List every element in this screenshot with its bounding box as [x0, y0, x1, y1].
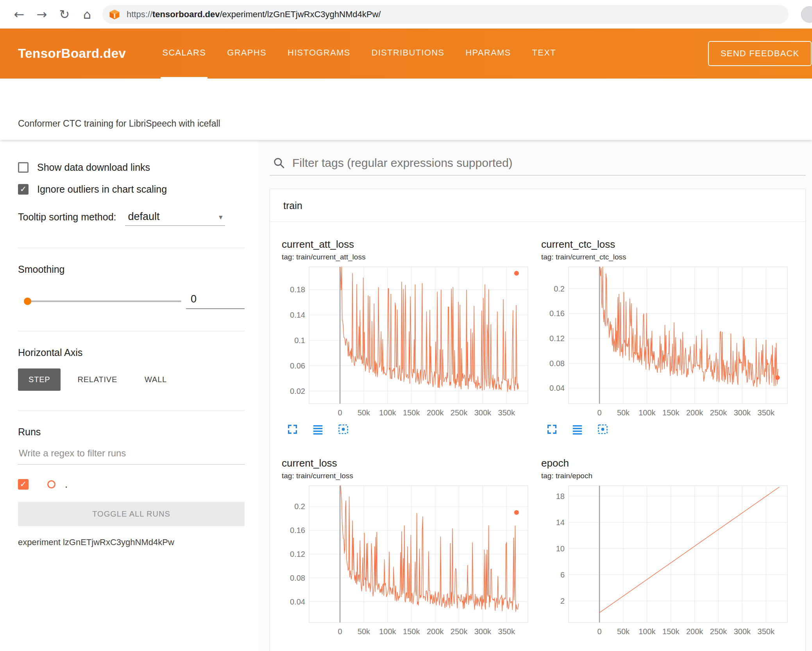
chart-epoch: epoch tag: train/epoch 18141062050k100k1… [541, 457, 795, 640]
runs-filter-input[interactable] [18, 448, 245, 465]
chart-current-loss-plot[interactable]: 0.20.160.120.080.04050k100k150k200k250k3… [282, 484, 536, 640]
axis-wall-button[interactable]: WALL [134, 368, 177, 391]
address-bar[interactable]: https://tensorboard.dev/experiment/lzGnE… [102, 5, 789, 24]
svg-text:150k: 150k [403, 627, 420, 636]
data-rows-icon[interactable] [312, 423, 324, 435]
expand-icon[interactable] [546, 423, 558, 435]
ignore-outliers-label: Ignore outliers in chart scaling [37, 184, 167, 195]
svg-text:350k: 350k [498, 408, 515, 417]
tab-hparams[interactable]: HPARAMS [464, 29, 512, 79]
svg-text:250k: 250k [451, 627, 468, 636]
smoothing-slider-thumb[interactable] [24, 297, 31, 305]
smoothing-label: Smoothing [18, 264, 245, 275]
show-download-links-row[interactable]: Show data download links [18, 162, 245, 173]
svg-text:0.18: 0.18 [290, 285, 305, 294]
horizontal-axis-toggle: STEP RELATIVE WALL [18, 368, 245, 391]
chart-current-att-loss-plot[interactable]: 0.180.140.10.060.02050k100k150k200k250k3… [282, 265, 536, 421]
svg-text:300k: 300k [474, 627, 492, 636]
svg-text:0.12: 0.12 [290, 550, 305, 558]
tooltip-sorting-select[interactable]: default ▾ [125, 211, 225, 226]
home-icon[interactable]: ⌂ [76, 7, 98, 22]
tab-distributions[interactable]: DISTRIBUTIONS [370, 29, 446, 79]
chart-title: current_att_loss [282, 238, 536, 250]
chart-tag: tag: train/current_ctc_loss [541, 253, 795, 261]
svg-text:2: 2 [560, 597, 565, 605]
svg-text:250k: 250k [710, 408, 727, 417]
svg-text:100k: 100k [379, 627, 396, 636]
svg-text:50k: 50k [617, 627, 630, 636]
browser-toolbar: ← → ↻ ⌂ https://tensorboard.dev/experime… [0, 0, 812, 29]
svg-text:150k: 150k [662, 627, 680, 636]
axis-relative-button[interactable]: RELATIVE [67, 368, 128, 391]
chart-title: current_loss [282, 457, 536, 469]
svg-text:300k: 300k [474, 408, 492, 417]
filter-tags-input[interactable] [292, 156, 806, 170]
svg-text:100k: 100k [639, 627, 656, 636]
tab-graphs[interactable]: GRAPHS [225, 29, 268, 79]
run-checkbox[interactable] [18, 479, 29, 490]
ignore-outliers-checkbox[interactable] [18, 184, 29, 195]
search-icon [273, 157, 285, 169]
svg-text:0.2: 0.2 [294, 502, 305, 511]
tooltip-sorting-label: Tooltip sorting method: [18, 211, 116, 226]
filter-tags-row [270, 156, 806, 175]
svg-text:10: 10 [556, 544, 565, 553]
browser-profile-avatar[interactable] [801, 6, 812, 23]
chart-toolbar [546, 423, 795, 435]
chart-current-att-loss: current_att_loss tag: train/current_att_… [282, 238, 536, 435]
fit-domain-icon[interactable] [597, 423, 609, 435]
svg-text:0: 0 [597, 627, 602, 636]
experiment-title-bar: Conformer CTC training for LibriSpeech w… [0, 79, 812, 140]
settings-sidebar: Show data download links Ignore outliers… [0, 140, 258, 651]
tab-histograms[interactable]: HISTOGRAMS [286, 29, 352, 79]
svg-text:200k: 200k [427, 408, 444, 417]
svg-text:200k: 200k [686, 408, 703, 417]
chart-current-loss: current_loss tag: train/current_loss 0.2… [282, 457, 536, 640]
svg-text:350k: 350k [758, 627, 775, 636]
smoothing-slider[interactable] [25, 300, 181, 302]
svg-text:14: 14 [556, 518, 565, 527]
charts-grid: current_att_loss tag: train/current_att_… [270, 222, 805, 651]
smoothing-value-field[interactable]: 0 [186, 293, 245, 309]
chart-current-ctc-loss-plot[interactable]: 0.20.160.120.080.04050k100k150k200k250k3… [541, 265, 795, 421]
svg-text:150k: 150k [662, 408, 680, 417]
show-download-links-checkbox[interactable] [18, 162, 29, 173]
chart-epoch-plot[interactable]: 18141062050k100k150k200k250k300k350k [541, 484, 795, 640]
svg-text:0.04: 0.04 [549, 384, 565, 392]
back-icon[interactable]: ← [8, 7, 30, 22]
tensorboard-favicon-icon [109, 9, 120, 20]
fit-domain-icon[interactable] [337, 423, 349, 435]
svg-text:0: 0 [338, 627, 342, 636]
svg-text:100k: 100k [639, 408, 656, 417]
sidebar-divider [18, 410, 245, 411]
svg-text:0.02: 0.02 [290, 387, 305, 395]
toggle-all-runs-button[interactable]: TOGGLE ALL RUNS [18, 502, 245, 526]
svg-text:250k: 250k [451, 408, 468, 417]
send-feedback-button[interactable]: SEND FEEDBACK [708, 41, 812, 66]
chart-title: epoch [541, 457, 795, 469]
svg-text:50k: 50k [358, 408, 370, 417]
app-header: TensorBoard.dev SCALARS GRAPHS HISTOGRAM… [0, 29, 812, 79]
forward-icon[interactable]: → [30, 7, 53, 22]
svg-text:100k: 100k [379, 408, 396, 417]
svg-text:200k: 200k [427, 627, 444, 636]
svg-text:0: 0 [338, 408, 342, 417]
tab-text[interactable]: TEXT [531, 29, 558, 79]
svg-text:150k: 150k [403, 408, 420, 417]
chart-title: current_ctc_loss [541, 238, 795, 250]
svg-text:350k: 350k [498, 627, 515, 636]
reload-icon[interactable]: ↻ [53, 7, 76, 22]
run-list-item[interactable]: . [18, 479, 245, 490]
svg-text:0.1: 0.1 [294, 336, 305, 345]
expand-icon[interactable] [286, 423, 299, 435]
tab-scalars[interactable]: SCALARS [161, 29, 207, 79]
scalars-main-pane: train current_att_loss tag: train/curren… [258, 140, 812, 651]
tag-group-title[interactable]: train [270, 189, 805, 222]
svg-text:18: 18 [556, 492, 565, 501]
data-rows-icon[interactable] [571, 423, 583, 435]
svg-text:0: 0 [597, 408, 602, 417]
chevron-down-icon: ▾ [219, 213, 223, 221]
ignore-outliers-row[interactable]: Ignore outliers in chart scaling [18, 184, 245, 195]
show-download-links-label: Show data download links [37, 162, 150, 173]
axis-step-button[interactable]: STEP [18, 368, 61, 391]
